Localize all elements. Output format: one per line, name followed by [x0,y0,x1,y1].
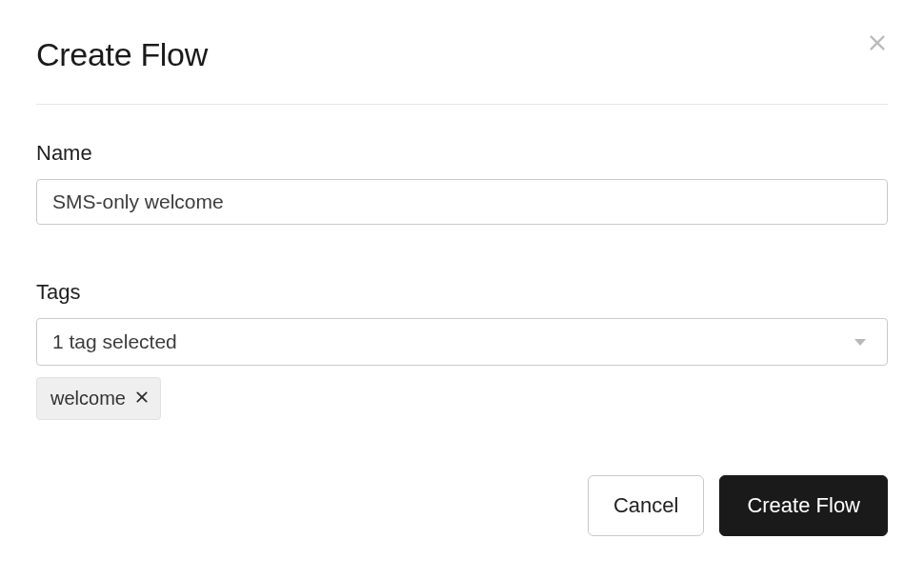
name-label: Name [36,141,888,166]
name-input[interactable] [36,179,888,225]
close-icon [867,32,888,56]
cancel-button[interactable]: Cancel [588,475,704,536]
tag-chip-label: welcome [50,388,126,409]
close-button[interactable] [863,29,892,60]
create-flow-modal: Create Flow Name Tags 1 tag selected wel… [0,0,924,536]
create-flow-button[interactable]: Create Flow [719,475,888,536]
tags-field-group: Tags 1 tag selected welcome [36,280,888,420]
tags-label: Tags [36,280,888,305]
modal-footer: Cancel Create Flow [36,475,888,536]
name-field-group: Name [36,141,888,225]
chevron-down-icon [854,339,866,346]
tag-chip: welcome [36,377,161,420]
tag-chip-list: welcome [36,377,888,420]
tags-select-value: 1 tag selected [52,330,177,353]
modal-title: Create Flow [36,36,208,73]
tags-select[interactable]: 1 tag selected [36,318,888,366]
tag-remove-button[interactable] [135,390,149,407]
modal-header: Create Flow [36,36,888,105]
close-icon [135,390,149,407]
